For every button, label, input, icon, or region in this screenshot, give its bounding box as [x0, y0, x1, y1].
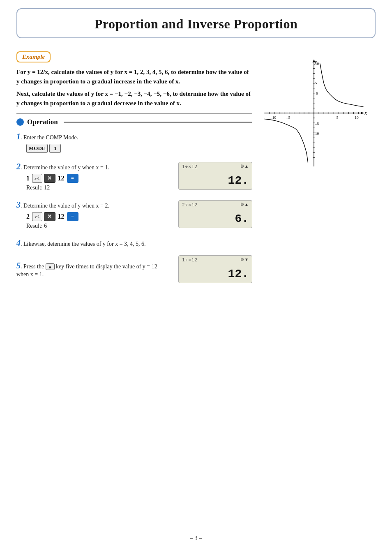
x-label-neg5: –5: [286, 115, 291, 120]
step-2-num-12: 12: [58, 175, 65, 182]
calc-mode-2: 𝔻 ▲: [240, 202, 249, 207]
y-label-5-tick: 5: [315, 81, 317, 85]
xinv-key-1: x-1: [32, 174, 42, 183]
left-column: Example For y = 12/x, calculate the valu…: [16, 51, 252, 292]
graph-container: y x 5 10 10 5 –5 –10 –5 –10 5 10: [261, 55, 367, 172]
x-axis-label: x: [364, 110, 367, 116]
mult-key-1: ✕: [44, 174, 55, 183]
step-3-header: 3. Determine the value of y when x = 2.: [16, 200, 170, 210]
calc-display-1: 1÷×12 𝔻 ▲ 12.: [178, 162, 252, 190]
y-label-10-tick: 10: [315, 62, 319, 66]
step-1-text: . Enter the COMP Mode.: [21, 134, 78, 141]
x-label-5: 5: [337, 115, 339, 120]
mode-key: MODE: [26, 144, 48, 153]
calc-top-3: 1÷×12 𝔻 ▼: [182, 257, 249, 263]
step-3-keys: 2 x-1 ✕ 12 =: [26, 212, 170, 221]
hyperbola-negative: [264, 119, 308, 162]
step-3-num-12: 12: [58, 213, 65, 220]
calc-top-2: 2÷×12 𝔻 ▲: [182, 202, 249, 208]
section-divider: [16, 113, 252, 114]
step-3-left: 3. Determine the value of y when x = 2. …: [16, 200, 170, 229]
step-3-result: Result: 6: [26, 223, 170, 229]
step-2-keys: 1 x-1 ✕ 12 =: [26, 174, 170, 183]
page-number: – 3 –: [0, 535, 392, 542]
step-2-text: . Determine the value of y when x = 1.: [21, 164, 109, 171]
step-1-header: 1. Enter the COMP Mode.: [16, 132, 252, 141]
content-area: Example For y = 12/x, calculate the valu…: [16, 51, 376, 292]
one-key: 1: [49, 144, 61, 153]
hyperbola-positive: [320, 63, 363, 107]
step-2-left: 2. Determine the value of y when x = 1. …: [16, 162, 170, 191]
step-5-left: 5. Press the ▲ key five times to display…: [16, 261, 170, 278]
operation-dot-icon: [16, 118, 24, 126]
example-text-2: Next, calculate the values of y for x = …: [16, 89, 252, 108]
x-label-neg10: –10: [270, 115, 276, 120]
step-1: 1. Enter the COMP Mode. MODE 1: [16, 132, 252, 153]
step-2-result: Result: 12: [26, 185, 170, 191]
step-5-display: 1÷×12 𝔻 ▼ 12.: [178, 255, 252, 283]
example-badge: Example: [16, 51, 51, 62]
step-3-text: . Determine the value of y when x = 2.: [21, 203, 109, 209]
equals-key-1: =: [67, 174, 78, 183]
step-2-num: 2: [16, 162, 21, 171]
calc-display-2: 2÷×12 𝔻 ▲ 6.: [178, 200, 252, 228]
x-label-10: 10: [355, 115, 359, 120]
x-arrow-icon: [361, 111, 364, 114]
step-2-display: 1÷×12 𝔻 ▲ 12.: [178, 162, 252, 190]
step-2-header: 2. Determine the value of y when x = 1.: [16, 162, 170, 171]
calc-expr-1: 1÷×12: [182, 164, 198, 169]
header-box: Proportion and Inverse Proportion: [16, 8, 376, 38]
step-2-num-1: 1: [26, 175, 30, 182]
equals-key-2: =: [67, 212, 78, 221]
step-3-display: 2÷×12 𝔻 ▲ 6.: [178, 200, 252, 228]
y-label-5: 5: [316, 91, 318, 96]
operation-heading: Operation: [16, 118, 252, 126]
step-1-num: 1: [16, 132, 21, 141]
y-label-neg5-tick: –5: [315, 122, 319, 126]
calc-mode-1: 𝔻 ▲: [240, 164, 249, 169]
calc-result-3: 12.: [182, 268, 249, 280]
operation-label: Operation: [27, 118, 58, 126]
step-4-num: 4: [16, 238, 21, 247]
calc-mode-3: 𝔻 ▼: [240, 257, 249, 262]
calc-expr-2: 2÷×12: [182, 202, 198, 208]
xinv-key-2: x-1: [32, 212, 42, 221]
calc-expr-3: 1÷×12: [182, 257, 198, 263]
step-4-text: . Likewise, determine the values of y fo…: [21, 241, 146, 247]
calc-top-1: 1÷×12 𝔻 ▲: [182, 164, 249, 169]
step-2: 2. Determine the value of y when x = 1. …: [16, 162, 252, 191]
step-5-num: 5: [16, 261, 21, 270]
page-title: Proportion and Inverse Proportion: [95, 16, 297, 31]
step-3: 3. Determine the value of y when x = 2. …: [16, 200, 252, 229]
example-text-1: For y = 12/x, calculate the values of y …: [16, 67, 252, 86]
step-3-num-2: 2: [26, 213, 30, 220]
step-4: 4. Likewise, determine the values of y f…: [16, 238, 252, 248]
mult-key-2: ✕: [44, 212, 55, 221]
calc-result-2: 6.: [182, 212, 249, 225]
calc-display-3: 1÷×12 𝔻 ▼ 12.: [178, 255, 252, 283]
step-1-keys: MODE 1: [26, 144, 252, 153]
calc-result-1: 12.: [182, 174, 249, 187]
operation-line: [64, 122, 252, 123]
step-3-num: 3: [16, 200, 21, 209]
right-column: y x 5 10 10 5 –5 –10 –5 –10 5 10: [261, 51, 376, 292]
step-5-text: . Press the ▲ key five times to display …: [16, 263, 157, 277]
y-label-neg10-tick: –10: [313, 132, 319, 136]
step-5: 5. Press the ▲ key five times to display…: [16, 255, 252, 283]
graph-svg: y x 5 10 10 5 –5 –10 –5 –10 5 10: [261, 55, 367, 171]
